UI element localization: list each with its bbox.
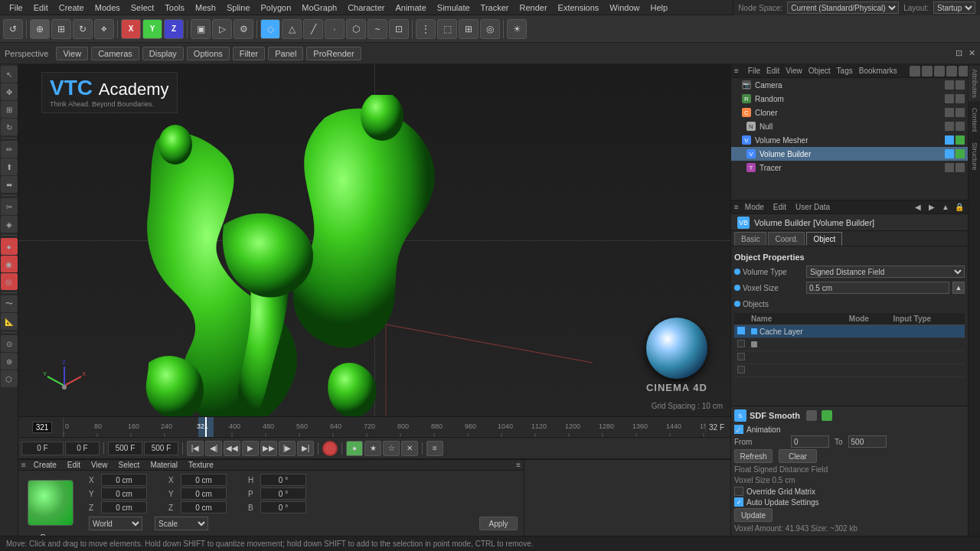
menu-spline[interactable]: Spline (222, 2, 255, 14)
hier-edit-btn[interactable]: Edit (766, 67, 779, 75)
menu-edit[interactable]: Edit (29, 2, 53, 14)
bottom-create-btn[interactable]: Create (31, 460, 60, 470)
y-axis-btn[interactable]: Y (142, 19, 162, 39)
menu-create[interactable]: Create (54, 2, 89, 14)
bottom-view-btn[interactable]: View (88, 460, 111, 470)
menu-polygon[interactable]: Polygon (256, 2, 296, 14)
render-region-btn[interactable]: ▣ (191, 19, 211, 39)
bridge-icon[interactable]: ⬌ (1, 176, 18, 193)
smooth-icon[interactable]: ◎ (1, 273, 18, 290)
bevel-icon[interactable]: ◈ (1, 216, 18, 233)
bottom-edit-btn[interactable]: Edit (64, 460, 83, 470)
spline-draw-icon[interactable]: 〜 (1, 295, 18, 312)
hier-object-btn[interactable]: Object (808, 67, 831, 75)
object-mode-btn[interactable]: ◇ (260, 19, 280, 39)
to-input[interactable] (848, 435, 887, 448)
attr-nav-fwd[interactable]: ▶ (926, 202, 937, 213)
update-btn[interactable]: Update (734, 508, 773, 522)
viewport-expand-btn[interactable]: ⊡ (956, 48, 962, 58)
apply-btn[interactable]: Apply (479, 517, 518, 530)
hier-view-btn[interactable]: View (786, 67, 802, 75)
end-frame-input[interactable] (108, 442, 142, 455)
volume-type-dropdown[interactable]: Signed Distance Field Fog Volume (806, 266, 965, 278)
menu-extensions[interactable]: Extensions (554, 2, 604, 14)
bottom-menu-icon[interactable]: ≡ (21, 461, 26, 469)
poly-mode-btn[interactable]: △ (282, 19, 302, 39)
cameras-menu[interactable]: Cameras (91, 47, 139, 60)
bottom-material-btn[interactable]: Material (147, 460, 181, 470)
texture-mode-btn[interactable]: ⊡ (389, 19, 409, 39)
options-menu[interactable]: Options (187, 47, 230, 60)
point-mode-btn[interactable]: · (325, 19, 345, 39)
scale-icon[interactable]: ⊞ (1, 101, 18, 118)
table-row[interactable] (734, 338, 965, 351)
scale-tool-btn[interactable]: ⊞ (51, 19, 71, 39)
layout-dropdown[interactable]: Startup (933, 2, 975, 14)
scale-dropdown[interactable]: Scale Size (155, 517, 208, 530)
tab-coord[interactable]: Coord. (768, 232, 805, 246)
rotate-icon[interactable]: ↻ (1, 119, 18, 135)
scene-item-tracer[interactable]: T Tracer (731, 161, 968, 174)
next-key-btn[interactable]: |▶ (279, 441, 296, 456)
override-check[interactable] (734, 487, 743, 496)
paint-icon[interactable]: ● (1, 238, 18, 255)
spline-mode-btn[interactable]: ~ (368, 19, 387, 39)
min-frame-input[interactable] (144, 442, 178, 455)
scene-item-camera[interactable]: 📷 Camera (731, 78, 968, 92)
menu-tools[interactable]: Tools (160, 2, 189, 14)
misc3-icon[interactable]: ⬡ (1, 370, 18, 387)
light-btn[interactable]: ☀ (507, 19, 527, 39)
y-pos-input[interactable] (101, 487, 147, 500)
auto-update-check[interactable]: ✓ (734, 497, 743, 507)
grid-btn[interactable]: ⊞ (459, 19, 479, 39)
key-sel-btn[interactable]: ☆ (383, 441, 400, 456)
snap-btn[interactable]: ⋮ (416, 19, 436, 39)
workplane-btn[interactable]: ⬚ (437, 19, 457, 39)
menu-file[interactable]: File (5, 2, 28, 14)
filter-menu[interactable]: Filter (233, 47, 265, 60)
hier-tags-btn[interactable]: Tags (837, 67, 853, 75)
attr-nav-up[interactable]: ▲ (940, 202, 951, 213)
from-input[interactable] (791, 435, 829, 448)
p-input[interactable] (260, 487, 306, 500)
hierarchy-menu-icon[interactable]: ≡ (734, 67, 739, 75)
measure-icon[interactable]: 📐 (1, 313, 18, 330)
table-row[interactable] (734, 364, 965, 377)
bottom-panel-menu-icon[interactable]: ≡ (516, 461, 521, 469)
hier-file-btn[interactable]: File (748, 67, 760, 75)
sdf-btn2[interactable] (822, 410, 832, 421)
tab-basic[interactable]: Basic (734, 232, 766, 246)
rotate-tool-btn[interactable]: ↻ (73, 19, 93, 39)
y-size-input[interactable] (181, 487, 227, 500)
misc2-icon[interactable]: ⊛ (1, 353, 18, 370)
x-size-input[interactable] (181, 474, 227, 486)
menu-render[interactable]: Render (514, 2, 551, 14)
attr-lock-icon[interactable]: 🔒 (954, 202, 965, 213)
prorender-menu[interactable]: ProRender (306, 47, 361, 60)
scene-item-volume-builder[interactable]: V Volume Builder (731, 147, 968, 161)
z-size-input[interactable] (181, 501, 227, 514)
z-pos-input[interactable] (101, 501, 147, 514)
start-frame-input[interactable] (65, 442, 100, 455)
world-dropdown[interactable]: World Object (89, 517, 142, 530)
move-icon[interactable]: ✥ (1, 83, 18, 100)
menu-simulate[interactable]: Simulate (433, 2, 475, 14)
play-fast-btn[interactable]: ▶▶ (260, 441, 277, 456)
attr-nav-back[interactable]: ◀ (913, 202, 923, 213)
table-row[interactable] (734, 351, 965, 364)
timeline-toggle-btn[interactable]: ≡ (426, 441, 443, 456)
record-btn[interactable] (322, 441, 338, 456)
autokey-btn[interactable]: ● (346, 441, 363, 456)
prev-key-btn[interactable]: ◀| (205, 441, 222, 456)
go-to-start-btn[interactable]: |◀ (187, 441, 204, 456)
x-pos-input[interactable] (101, 474, 147, 486)
content-vertical-tab[interactable]: Content (969, 105, 980, 135)
menu-select[interactable]: Select (126, 2, 159, 14)
b-input[interactable] (260, 501, 306, 514)
extrude-icon[interactable]: ⬆ (1, 158, 18, 175)
solo-btn[interactable]: ◎ (480, 19, 500, 39)
select-icon[interactable]: ↖ (1, 66, 18, 83)
go-to-end-btn[interactable]: ▶| (297, 441, 314, 456)
sculpt-icon[interactable]: ◉ (1, 256, 18, 272)
animation-check[interactable]: ✓ (734, 425, 743, 434)
